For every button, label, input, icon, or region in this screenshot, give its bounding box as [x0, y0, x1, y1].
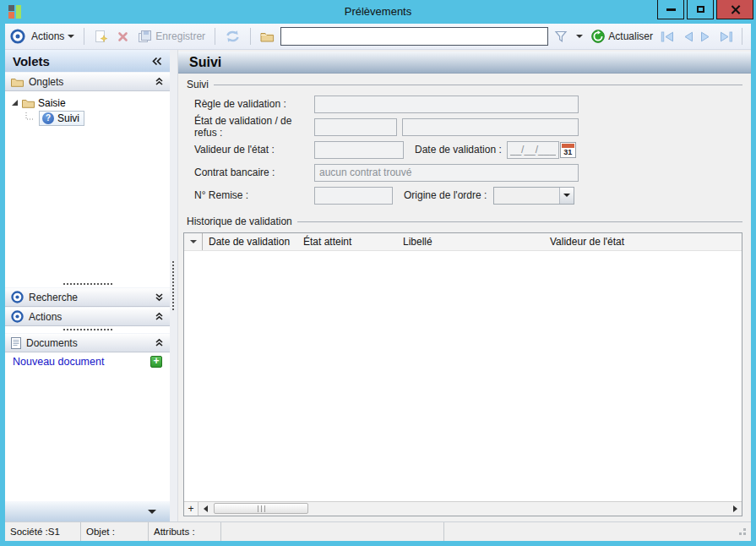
new-record-button[interactable] — [91, 28, 111, 45]
regle-validation-field — [314, 96, 579, 113]
actualiser-button[interactable]: Actualiser — [589, 28, 655, 45]
last-record-icon — [719, 31, 733, 42]
tree-selected-item[interactable]: ? Suivi — [39, 111, 84, 126]
funnel-icon — [554, 30, 568, 43]
resize-grip[interactable] — [743, 532, 746, 535]
etat-validation-row: État de validation / de refus : — [183, 117, 742, 136]
contrat-bancaire-value: aucun contrat trouvé — [315, 167, 416, 178]
add-document-button[interactable]: + — [150, 356, 162, 368]
tree-item-saisie[interactable]: Saisie — [5, 96, 170, 110]
close-icon — [731, 5, 740, 14]
main-panel: Suivi Suivi Règle de validation : État d… — [177, 50, 751, 521]
nav-next-button[interactable] — [699, 30, 714, 43]
volets-sidebar: Volets Onglets Saisie — [5, 50, 170, 521]
sidebar-splitter[interactable] — [5, 326, 170, 333]
expand-section-button[interactable] — [155, 292, 164, 302]
onglets-section-header[interactable]: Onglets — [5, 72, 170, 91]
volets-title: Volets — [13, 54, 50, 68]
minimize-button[interactable] — [657, 0, 684, 19]
status-empty-cell — [221, 522, 444, 541]
actions-label: Actions — [29, 311, 62, 323]
column-header-date[interactable]: Date de validation — [203, 236, 297, 248]
main-content: Suivi Règle de validation : État de vali… — [178, 74, 751, 521]
sidebar-filler — [5, 371, 170, 501]
sidebar-splitter[interactable] — [5, 281, 170, 287]
new-document-row: Nouveau document + — [5, 352, 170, 371]
scrollbar-thumb[interactable] — [214, 503, 308, 514]
origine-ordre-label: Origine de l'ordre : — [404, 189, 488, 201]
etat-validation-label: État de validation / de refus : — [194, 115, 314, 139]
calendar-button[interactable]: 31 — [560, 142, 576, 158]
save-label: Enregistrer — [155, 30, 205, 42]
date-placeholder: __/__/____ — [510, 142, 556, 158]
date-validation-label: Date de validation : — [415, 144, 502, 156]
chevron-down-icon — [190, 240, 197, 243]
save-button[interactable]: Enregistrer — [135, 28, 208, 45]
scroll-left-button[interactable] — [199, 502, 212, 516]
table-body-empty — [184, 251, 742, 501]
maximize-button[interactable] — [687, 0, 714, 19]
window-controls — [657, 0, 753, 19]
window-body: Volets Onglets Saisie — [5, 50, 751, 521]
documents-section-header[interactable]: Documents — [5, 333, 170, 352]
nav-last-button[interactable] — [717, 30, 735, 43]
recherche-section-header[interactable]: Recherche — [5, 287, 170, 307]
arrow-left-icon — [204, 505, 208, 512]
panel-splitter[interactable] — [170, 50, 177, 521]
column-header-valideur[interactable]: Valideur de l'état — [544, 236, 742, 248]
column-header-etat[interactable]: État atteint — [297, 236, 397, 248]
documents-label: Documents — [26, 337, 78, 349]
folder-icon — [260, 30, 275, 42]
regle-validation-row: Règle de validation : — [183, 95, 742, 113]
status-societe: Société :S1 — [5, 522, 81, 541]
app-window: Prélèvements Actions Enregistrer — [0, 0, 756, 546]
open-folder-button[interactable] — [258, 29, 277, 44]
sidebar-scroll-bar[interactable] — [5, 501, 170, 521]
add-row-button[interactable]: + — [184, 502, 199, 516]
filter-button[interactable] — [552, 28, 570, 45]
collapse-section-button[interactable] — [155, 338, 164, 347]
column-header-libelle[interactable]: Libellé — [397, 236, 544, 248]
folder-icon — [11, 77, 24, 87]
chevron-down-icon — [576, 35, 583, 38]
actualiser-label: Actualiser — [608, 30, 653, 42]
tree-item-suivi[interactable]: ? Suivi — [5, 111, 170, 125]
date-validation-field[interactable]: __/__/____ — [507, 141, 559, 159]
new-document-icon — [94, 30, 108, 43]
nav-previous-button[interactable] — [680, 30, 695, 43]
folder-icon — [22, 98, 35, 108]
toolbar-separator — [250, 28, 251, 45]
collapse-section-button[interactable] — [155, 312, 164, 321]
search-input[interactable] — [280, 27, 548, 46]
chevron-down-icon — [68, 35, 74, 38]
delete-record-button[interactable] — [114, 29, 132, 45]
filter-dropdown-button[interactable] — [574, 33, 585, 40]
row-selector-header[interactable] — [184, 233, 203, 250]
scroll-right-button[interactable] — [728, 502, 742, 516]
target-icon — [11, 310, 24, 323]
collapse-panel-button[interactable] — [152, 57, 162, 66]
double-chevron-up-icon — [155, 77, 164, 86]
next-record-icon — [700, 31, 712, 42]
actions-section-header[interactable]: Actions — [5, 307, 170, 326]
valideur-etat-field — [314, 141, 404, 159]
origine-ordre-select[interactable] — [493, 187, 574, 205]
combo-dropdown-button[interactable] — [559, 188, 574, 204]
collapse-section-button[interactable] — [155, 77, 164, 86]
delete-x-icon — [117, 30, 129, 43]
main-toolbar: Actions Enregistrer Actua — [5, 24, 751, 50]
double-chevron-up-icon — [155, 338, 164, 347]
new-document-link[interactable]: Nouveau document — [13, 356, 104, 368]
actions-menu-button[interactable]: Actions — [29, 29, 77, 44]
minimize-icon — [666, 8, 676, 11]
nav-first-button[interactable] — [659, 30, 677, 43]
toolbar-separator — [84, 28, 84, 45]
scrollbar-track[interactable] — [212, 502, 728, 516]
refresh-button[interactable] — [222, 28, 243, 45]
question-icon: ? — [42, 112, 54, 124]
close-button[interactable] — [716, 0, 753, 19]
expander-icon[interactable] — [11, 99, 19, 106]
recherche-label: Recherche — [29, 292, 78, 303]
valideur-etat-row: Valideur de l'état : Date de validation … — [183, 140, 742, 159]
etat-refus-field — [402, 118, 579, 136]
